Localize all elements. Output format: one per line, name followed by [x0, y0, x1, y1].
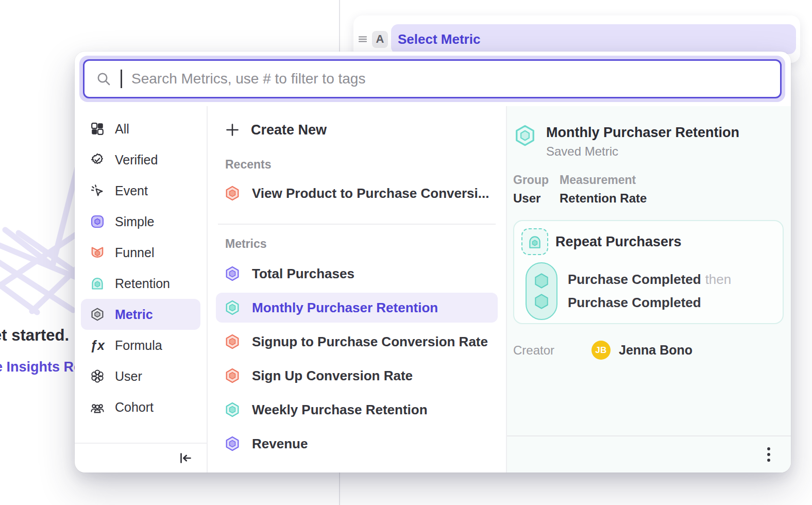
- kebab-menu-icon[interactable]: [766, 446, 771, 463]
- sidebar-footer: [75, 443, 207, 473]
- select-metric-label: Select Metric: [398, 31, 480, 47]
- verified-icon: [90, 153, 105, 167]
- measurement-value: Retention Rate: [560, 191, 784, 206]
- modal-body: All Verified Event: [75, 106, 791, 473]
- detail-meta: Group Measurement User Retention Rate: [513, 173, 784, 206]
- creator-row: Creator JB Jenna Bono: [513, 341, 784, 360]
- search-input[interactable]: [131, 71, 769, 87]
- recents-heading: Recents: [225, 157, 498, 172]
- search-section: [75, 52, 791, 102]
- event-hexagon-icon: [532, 292, 551, 311]
- saved-metric-hexagon-icon: [513, 124, 537, 147]
- metric-item-label: Monthly Purchaser Retention: [252, 300, 438, 316]
- search-box[interactable]: [83, 59, 782, 98]
- drag-handle-icon[interactable]: [357, 34, 369, 44]
- metric-hexagon-icon: [224, 367, 241, 384]
- plus-icon: [225, 123, 240, 137]
- group-label: Group: [513, 173, 560, 187]
- event-sequence-capsule: [526, 262, 557, 320]
- metric-item[interactable]: Sign Up Conversion Rate: [216, 361, 498, 391]
- search-icon: [96, 71, 111, 87]
- sidebar-item-verified[interactable]: Verified: [81, 144, 200, 175]
- measurement-label: Measurement: [560, 173, 784, 187]
- creator-label: Creator: [513, 343, 591, 358]
- recent-item[interactable]: View Product to Purchase Conversi...: [216, 178, 498, 208]
- metric-item[interactable]: Weekly Purchase Retention: [216, 395, 498, 425]
- create-new-button[interactable]: Create New: [216, 116, 498, 143]
- metric-detail-panel: Monthly Purchaser Retention Saved Metric…: [507, 106, 791, 473]
- event-icon: [90, 183, 105, 198]
- user-icon: [90, 369, 105, 383]
- detail-footer: [507, 435, 791, 473]
- sidebar-item-label: User: [115, 369, 142, 384]
- definition-title: Repeat Purchasers: [555, 234, 682, 250]
- metric-item-label: Signup to Purchase Conversion Rate: [252, 334, 488, 350]
- group-value: User: [513, 191, 560, 206]
- funnel-metric-hexagon-icon: [224, 185, 241, 201]
- metric-list-column: Create New Recents View Product to Purch…: [208, 106, 507, 473]
- sidebar-item-event[interactable]: Event: [81, 175, 200, 206]
- simple-icon: [90, 214, 105, 229]
- retention-icon: [90, 276, 105, 291]
- sidebar-item-label: All: [115, 122, 129, 137]
- metric-hexagon-icon: [224, 401, 241, 418]
- text-caret: [121, 70, 122, 88]
- sidebar-item-all[interactable]: All: [81, 113, 200, 144]
- sidebar-item-funnel[interactable]: Funnel: [81, 237, 200, 268]
- cohort-icon: [90, 400, 105, 414]
- formula-icon: ƒx: [90, 338, 105, 353]
- detail-header: Monthly Purchaser Retention Saved Metric: [513, 124, 784, 160]
- sidebar-item-simple[interactable]: Simple: [81, 206, 200, 237]
- background-link-fragment[interactable]: e Insights Re: [0, 359, 81, 375]
- metric-picker-modal: All Verified Event: [75, 52, 791, 473]
- metric-hexagon-icon: [224, 333, 241, 350]
- sidebar-item-label: Formula: [115, 338, 162, 353]
- sidebar-item-label: Funnel: [115, 245, 154, 260]
- sidebar-item-label: Verified: [115, 153, 158, 167]
- collapse-panel-icon[interactable]: [179, 451, 192, 465]
- sidebar-item-label: Cohort: [115, 400, 154, 415]
- sidebar-item-formula[interactable]: ƒx Formula: [81, 330, 200, 361]
- metric-item[interactable]: Total Purchases: [216, 259, 498, 289]
- definition-step1: Purchase Completed: [568, 272, 701, 287]
- metric-item-label: Revenue: [252, 436, 308, 452]
- definition-connector: then: [705, 272, 732, 287]
- detail-subtitle: Saved Metric: [546, 143, 739, 160]
- recent-item-label: View Product to Purchase Conversi...: [252, 186, 489, 201]
- creator-avatar: JB: [591, 341, 611, 360]
- sidebar-item-label: Event: [115, 183, 148, 198]
- sidebar-item-user[interactable]: User: [81, 361, 200, 392]
- creator-name: Jenna Bono: [619, 343, 692, 358]
- sidebar-item-retention[interactable]: Retention: [81, 268, 200, 299]
- sidebar-item-label: Metric: [115, 307, 153, 322]
- grid-icon: [90, 122, 105, 136]
- metrics-heading: Metrics: [225, 236, 498, 251]
- retention-cohort-icon: [521, 228, 548, 255]
- metric-icon: [90, 307, 105, 322]
- sidebar-item-metric[interactable]: Metric: [81, 299, 200, 330]
- metric-hexagon-icon: [224, 299, 241, 316]
- background-heading-fragment: et started.: [0, 326, 69, 345]
- type-filter-sidebar: All Verified Event: [75, 106, 208, 473]
- metric-item[interactable]: Revenue: [216, 429, 498, 459]
- screen: et started. e Insights Re A Select Metri…: [0, 0, 812, 505]
- select-metric-button[interactable]: Select Metric: [391, 24, 796, 54]
- metric-item-selected[interactable]: Monthly Purchaser Retention: [216, 293, 498, 323]
- metric-item-label: Sign Up Conversion Rate: [252, 368, 413, 384]
- detail-title: Monthly Purchaser Retention: [546, 124, 739, 141]
- event-hexagon-icon: [532, 272, 551, 290]
- metric-item-label: Weekly Purchase Retention: [252, 402, 428, 418]
- definition-step2: Purchase Completed: [568, 295, 731, 311]
- create-new-label: Create New: [251, 122, 327, 138]
- sidebar-item-label: Simple: [115, 214, 154, 229]
- metric-definition-card: Repeat Purchasers Purchase Completedthen…: [513, 220, 784, 324]
- sidebar-item-cohort[interactable]: Cohort: [81, 392, 200, 423]
- search-focus-ring: [79, 56, 785, 102]
- metric-item-label: Total Purchases: [252, 266, 354, 282]
- sidebar-item-label: Retention: [115, 276, 170, 291]
- funnel-icon: [90, 245, 105, 260]
- metric-item[interactable]: Signup to Purchase Conversion Rate: [216, 327, 498, 357]
- series-letter-badge[interactable]: A: [372, 31, 388, 48]
- metric-hexagon-icon: [224, 265, 241, 282]
- section-divider: [218, 224, 496, 225]
